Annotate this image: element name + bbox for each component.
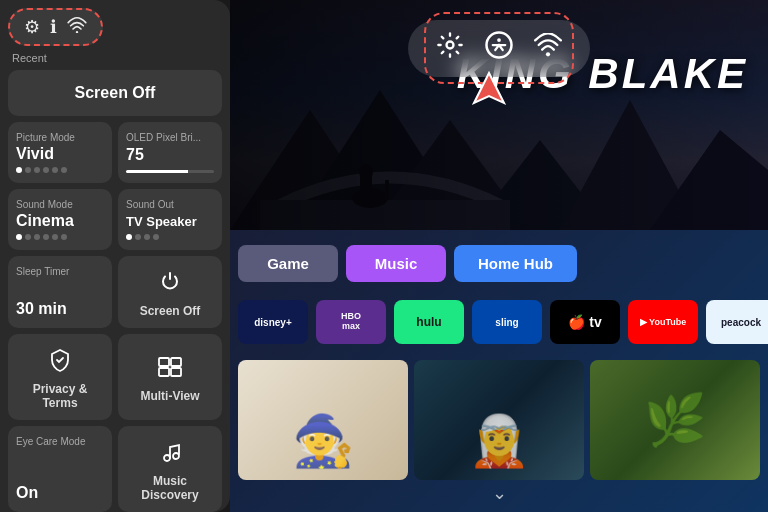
- app-peacock[interactable]: peacock: [706, 300, 768, 344]
- sound-row: Sound Mode Cinema Sound Out TV Speaker: [8, 189, 222, 250]
- screen-off-icon-item[interactable]: Screen Off: [118, 256, 222, 328]
- music-discovery-item[interactable]: Music Discovery: [118, 426, 222, 512]
- oled-bri-value: 75: [126, 146, 214, 164]
- eyecare-music-row: Eye Care Mode On Music Discovery: [8, 426, 222, 512]
- screen-off-icon-label: Screen Off: [140, 304, 201, 318]
- sound-mode-value: Cinema: [16, 212, 104, 230]
- sound-out-dots: [126, 234, 214, 240]
- privacy-terms-item[interactable]: Privacy & Terms: [8, 334, 112, 420]
- apple-logo: 🍎 tv: [568, 314, 601, 330]
- svg-rect-1: [159, 358, 169, 366]
- svg-rect-3: [159, 368, 169, 376]
- multiview-icon: [154, 351, 186, 383]
- arrow-pointer: [469, 68, 509, 112]
- app-sling[interactable]: sling: [472, 300, 542, 344]
- thumbnail-1[interactable]: 🧙: [238, 360, 408, 480]
- picture-mode-dots: [16, 167, 104, 173]
- sound-out-value: TV Speaker: [126, 214, 214, 229]
- left-panel: ⚙ ℹ Recent Screen Off Picture Mode Vivid…: [0, 0, 230, 512]
- eye-care-label: Eye Care Mode: [16, 436, 104, 447]
- wifi-icon-left[interactable]: [67, 17, 87, 38]
- privacy-multiview-row: Privacy & Terms Multi-View: [8, 334, 222, 420]
- picture-mode-item[interactable]: Picture Mode Vivid: [8, 122, 112, 183]
- tab-game[interactable]: Game: [238, 245, 338, 282]
- disney-logo: disney+: [254, 317, 292, 328]
- thumbnail-2[interactable]: 🧝: [414, 360, 584, 480]
- power-icon: [154, 266, 186, 298]
- peacock-logo: peacock: [721, 317, 761, 328]
- scroll-arrow[interactable]: ⌄: [492, 482, 507, 504]
- sound-out-label: Sound Out: [126, 199, 214, 210]
- accessibility-icon-left[interactable]: ℹ: [50, 16, 57, 38]
- thumbnail-3[interactable]: 🌿: [590, 360, 760, 480]
- app-hulu[interactable]: hulu: [394, 300, 464, 344]
- svg-rect-2: [171, 358, 181, 366]
- svg-point-21: [497, 38, 501, 42]
- app-hbo-max[interactable]: HBOmax: [316, 300, 386, 344]
- hbo-logo: HBOmax: [341, 312, 361, 332]
- privacy-terms-label: Privacy & Terms: [16, 382, 104, 410]
- picture-oled-row: Picture Mode Vivid OLED Pixel Bri... 75: [8, 122, 222, 183]
- tabs-row: Game Music Home Hub: [230, 245, 768, 282]
- app-disney-plus[interactable]: disney+: [238, 300, 308, 344]
- thumbnails-row: 🧙 🧝 🌿: [230, 360, 768, 480]
- sleep-timer-label: Sleep Timer: [16, 266, 104, 277]
- sound-out-item[interactable]: Sound Out TV Speaker: [118, 189, 222, 250]
- picture-mode-value: Vivid: [16, 145, 104, 163]
- multi-view-item[interactable]: Multi-View: [118, 334, 222, 420]
- svg-point-19: [447, 42, 454, 49]
- sound-mode-dots: [16, 234, 104, 240]
- apps-row: disney+ HBOmax hulu sling 🍎 tv ▶ YouTube…: [230, 300, 768, 344]
- hulu-logo: hulu: [416, 315, 441, 329]
- settings-icon-left[interactable]: ⚙: [24, 16, 40, 38]
- eye-care-item[interactable]: Eye Care Mode On: [8, 426, 112, 512]
- recent-label: Recent: [8, 52, 222, 64]
- picture-mode-label: Picture Mode: [16, 132, 104, 143]
- multi-view-label: Multi-View: [140, 389, 199, 403]
- app-youtube[interactable]: ▶ YouTube: [628, 300, 698, 344]
- tab-music[interactable]: Music: [346, 245, 446, 282]
- youtube-logo: ▶ YouTube: [640, 317, 687, 327]
- sound-mode-item[interactable]: Sound Mode Cinema: [8, 189, 112, 250]
- sleep-screenoff-row: Sleep Timer 30 min Screen Off: [8, 256, 222, 328]
- app-apple-tv[interactable]: 🍎 tv: [550, 300, 620, 344]
- tab-homehub[interactable]: Home Hub: [454, 245, 577, 282]
- top-icons-bar: ⚙ ℹ: [8, 8, 103, 46]
- sound-mode-label: Sound Mode: [16, 199, 104, 210]
- svg-point-22: [546, 52, 550, 56]
- settings-icon-overlay[interactable]: [436, 31, 464, 66]
- sleep-timer-item[interactable]: Sleep Timer 30 min: [8, 256, 112, 328]
- sleep-timer-value: 30 min: [16, 300, 104, 318]
- eye-care-value: On: [16, 484, 104, 502]
- tv-main-area: KING BLAKE: [230, 0, 768, 512]
- svg-rect-4: [171, 368, 181, 376]
- sling-logo: sling: [495, 317, 518, 328]
- music-discovery-label: Music Discovery: [126, 474, 214, 502]
- oled-bri-item[interactable]: OLED Pixel Bri... 75: [118, 122, 222, 183]
- oled-bri-label: OLED Pixel Bri...: [126, 132, 214, 143]
- svg-marker-23: [474, 73, 504, 103]
- svg-point-0: [76, 31, 78, 33]
- wifi-icon-overlay[interactable]: [534, 33, 562, 64]
- screen-off-button[interactable]: Screen Off: [8, 70, 222, 116]
- accessibility-icon-overlay[interactable]: [484, 30, 514, 67]
- music-icon: [154, 436, 186, 468]
- shield-icon: [44, 344, 76, 376]
